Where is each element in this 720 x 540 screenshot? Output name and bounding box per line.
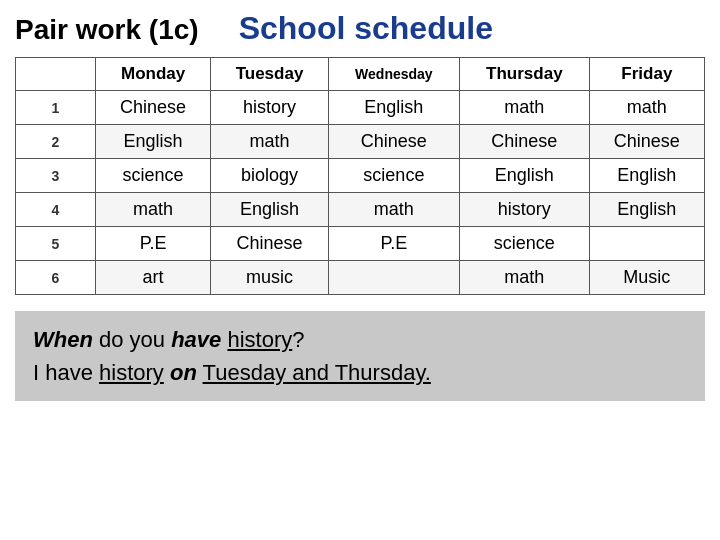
on-text: on [170, 360, 197, 385]
cell-3-tuesday: biology [211, 159, 329, 193]
cell-6-friday: Music [589, 261, 704, 295]
bottom-line-1: When do you have history? [33, 323, 687, 356]
cell-6-tuesday: music [211, 261, 329, 295]
row-num-3: 3 [16, 159, 96, 193]
when-text: When [33, 327, 93, 352]
cell-1-wednesday: English [328, 91, 459, 125]
table-row: 3 science biology science English Englis… [16, 159, 705, 193]
col-header-thursday: Thursday [459, 58, 589, 91]
cell-4-friday: English [589, 193, 704, 227]
table-row: 5 P.E Chinese P.E science [16, 227, 705, 261]
cell-1-monday: Chinese [96, 91, 211, 125]
table-row: 6 art music math Music [16, 261, 705, 295]
cell-5-monday: P.E [96, 227, 211, 261]
cell-2-tuesday: math [211, 125, 329, 159]
cell-2-wednesday: Chinese [328, 125, 459, 159]
cell-5-tuesday: Chinese [211, 227, 329, 261]
cell-1-tuesday: history [211, 91, 329, 125]
cell-1-friday: math [589, 91, 704, 125]
row-num-5: 5 [16, 227, 96, 261]
row-num-1: 1 [16, 91, 96, 125]
cell-2-friday: Chinese [589, 125, 704, 159]
cell-5-friday [589, 227, 704, 261]
cell-1-thursday: math [459, 91, 589, 125]
cell-3-thursday: English [459, 159, 589, 193]
schedule-table: Monday Tuesday Wednesday Thursday Friday… [15, 57, 705, 295]
table-row: 4 math English math history English [16, 193, 705, 227]
col-header-monday: Monday [96, 58, 211, 91]
cell-4-monday: math [96, 193, 211, 227]
cell-3-friday: English [589, 159, 704, 193]
cell-6-wednesday [328, 261, 459, 295]
cell-4-thursday: history [459, 193, 589, 227]
history-underline-2: history [99, 360, 164, 385]
col-header-tuesday: Tuesday [211, 58, 329, 91]
row-num-6: 6 [16, 261, 96, 295]
bottom-box: When do you have history? I have history… [15, 311, 705, 401]
cell-5-wednesday: P.E [328, 227, 459, 261]
pair-work-title: Pair work (1c) [15, 14, 199, 46]
col-header-empty [16, 58, 96, 91]
cell-4-tuesday: English [211, 193, 329, 227]
header-row: Pair work (1c) School schedule [15, 10, 705, 47]
cell-3-monday: science [96, 159, 211, 193]
col-header-wednesday: Wednesday [328, 58, 459, 91]
cell-4-wednesday: math [328, 193, 459, 227]
cell-3-wednesday: science [328, 159, 459, 193]
cell-5-thursday: science [459, 227, 589, 261]
row-num-4: 4 [16, 193, 96, 227]
page: Pair work (1c) School schedule Monday Tu… [0, 0, 720, 540]
table-body: 1 Chinese history English math math 2 En… [16, 91, 705, 295]
col-header-friday: Friday [589, 58, 704, 91]
history-underline-1: history [227, 327, 292, 352]
table-header-row: Monday Tuesday Wednesday Thursday Friday [16, 58, 705, 91]
cell-2-thursday: Chinese [459, 125, 589, 159]
school-schedule-title: School schedule [239, 10, 493, 47]
cell-6-monday: art [96, 261, 211, 295]
have-text: have [171, 327, 221, 352]
cell-2-monday: English [96, 125, 211, 159]
table-row: 2 English math Chinese Chinese Chinese [16, 125, 705, 159]
tuesday-thursday-underline: Tuesday and Thursday. [203, 360, 431, 385]
bottom-line-2: I have history on Tuesday and Thursday. [33, 356, 687, 389]
table-row: 1 Chinese history English math math [16, 91, 705, 125]
row-num-2: 2 [16, 125, 96, 159]
cell-6-thursday: math [459, 261, 589, 295]
